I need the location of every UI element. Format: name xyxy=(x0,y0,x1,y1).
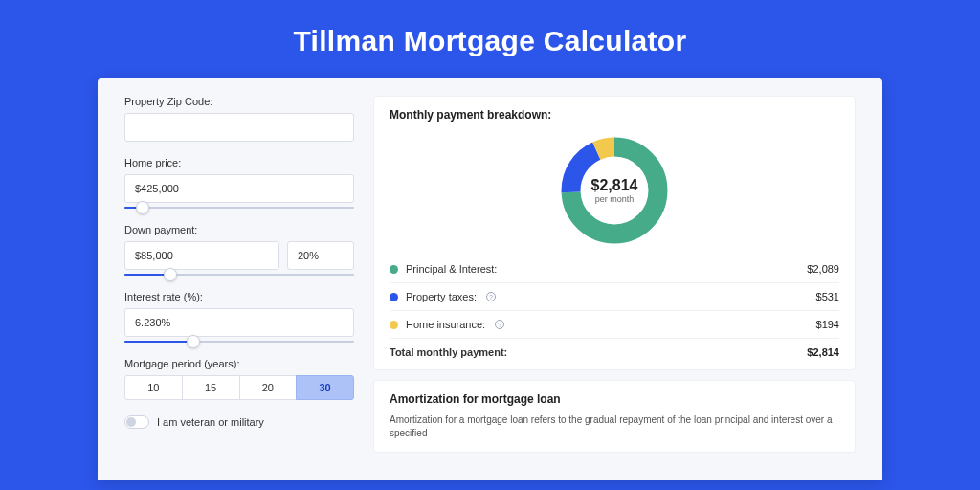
amortization-panel: Amortization for mortgage loan Amortizat… xyxy=(373,380,856,453)
down-payment-input[interactable] xyxy=(124,241,279,270)
info-icon[interactable]: ? xyxy=(495,320,504,329)
legend-row-taxes: Property taxes: ? $531 xyxy=(390,283,839,311)
period-btn-20[interactable]: 20 xyxy=(239,375,298,400)
veteran-toggle-row: I am veteran or military xyxy=(124,415,354,429)
period-btn-15[interactable]: 15 xyxy=(182,375,240,400)
home-price-slider-thumb[interactable] xyxy=(136,201,149,214)
donut-total-value: $2,814 xyxy=(591,177,638,194)
info-icon[interactable]: ? xyxy=(486,292,496,301)
legend-value: $194 xyxy=(816,319,839,330)
interest-slider-fill xyxy=(124,341,193,343)
period-label: Mortgage period (years): xyxy=(124,358,354,369)
zip-label: Property Zip Code: xyxy=(124,96,354,107)
legend-label: Home insurance: xyxy=(406,319,485,330)
amortization-text: Amortization for a mortgage loan refers … xyxy=(390,413,839,440)
zip-input[interactable] xyxy=(124,113,354,142)
donut-chart-wrap: $2,814 per month xyxy=(390,127,839,256)
legend-row-total: Total monthly payment: $2,814 xyxy=(390,339,839,366)
interest-field-group: Interest rate (%): xyxy=(124,291,354,343)
dot-icon xyxy=(390,265,398,274)
results-column: Monthly payment breakdown: $2,814 per mo… xyxy=(373,96,856,480)
period-btn-10[interactable]: 10 xyxy=(124,375,183,400)
home-price-input[interactable] xyxy=(124,174,354,203)
page-title: Tillman Mortgage Calculator xyxy=(0,0,980,78)
home-price-label: Home price: xyxy=(124,157,354,168)
legend-row-principal: Principal & Interest: $2,089 xyxy=(390,256,839,283)
input-column: Property Zip Code: Home price: Down paym… xyxy=(124,96,354,480)
legend-total-value: $2,814 xyxy=(807,346,839,358)
donut-total-sub: per month xyxy=(595,194,635,204)
down-payment-label: Down payment: xyxy=(124,224,354,235)
legend-row-insurance: Home insurance: ? $194 xyxy=(390,311,839,339)
dot-icon xyxy=(390,321,398,329)
veteran-toggle[interactable] xyxy=(124,415,149,429)
period-btn-30[interactable]: 30 xyxy=(296,375,354,400)
down-payment-slider-thumb[interactable] xyxy=(164,268,177,281)
down-payment-field-group: Down payment: xyxy=(124,224,354,276)
interest-slider-thumb[interactable] xyxy=(187,335,200,348)
legend-value: $531 xyxy=(816,291,839,302)
donut-center: $2,814 per month xyxy=(557,133,672,248)
legend-value: $2,089 xyxy=(807,263,839,275)
interest-input[interactable] xyxy=(124,308,354,337)
home-price-field-group: Home price: xyxy=(124,157,354,209)
interest-slider[interactable] xyxy=(124,341,354,343)
amortization-title: Amortization for mortgage loan xyxy=(390,392,839,406)
home-price-slider[interactable] xyxy=(124,207,354,209)
dot-icon xyxy=(390,293,398,301)
down-payment-slider[interactable] xyxy=(124,274,354,276)
donut-chart: $2,814 per month xyxy=(557,133,672,248)
legend-total-label: Total monthly payment: xyxy=(390,346,507,358)
legend-label: Principal & Interest: xyxy=(406,263,497,275)
down-payment-pct-input[interactable] xyxy=(287,241,354,270)
breakdown-panel: Monthly payment breakdown: $2,814 per mo… xyxy=(373,96,856,370)
interest-label: Interest rate (%): xyxy=(124,291,354,302)
zip-field-group: Property Zip Code: xyxy=(124,96,354,142)
veteran-toggle-label: I am veteran or military xyxy=(157,416,264,428)
calculator-card: Property Zip Code: Home price: Down paym… xyxy=(98,78,882,480)
period-button-row: 10 15 20 30 xyxy=(124,375,354,400)
period-field-group: Mortgage period (years): 10 15 20 30 xyxy=(124,358,354,400)
legend-label: Property taxes: xyxy=(406,291,477,302)
breakdown-title: Monthly payment breakdown: xyxy=(390,108,839,122)
